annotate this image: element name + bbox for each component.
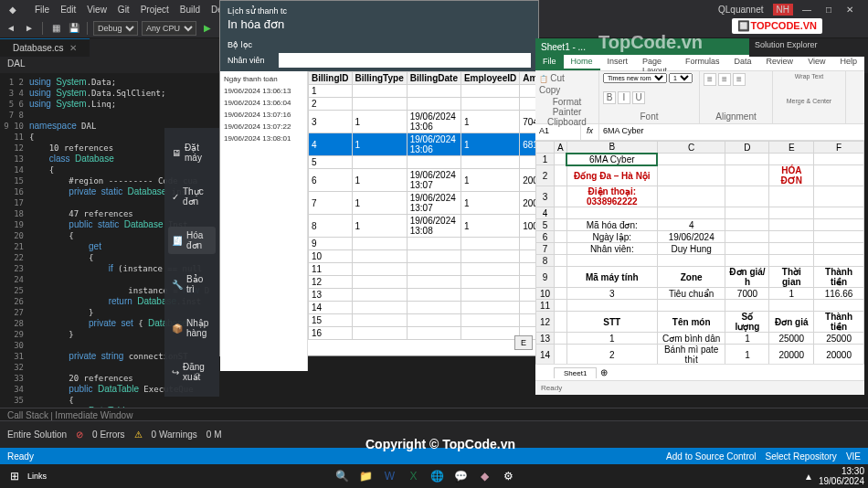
- table-row[interactable]: 10: [309, 250, 539, 263]
- menu-file[interactable]: File: [29, 3, 55, 16]
- cell[interactable]: Đống Đa – Hà Nội: [566, 165, 657, 186]
- billing-grid[interactable]: BillingIDBillingTypeBillingDateEmployeeI…: [308, 71, 538, 340]
- warning-count[interactable]: 0 Warnings: [152, 430, 197, 440]
- cell[interactable]: [769, 219, 814, 231]
- col-header[interactable]: C: [657, 142, 725, 154]
- cell[interactable]: [814, 154, 864, 165]
- sheet-tab[interactable]: Sheet1: [554, 367, 597, 378]
- table-row[interactable]: 7119/06/2024 13:07120000.00: [309, 192, 539, 215]
- row-header[interactable]: 12: [536, 312, 555, 333]
- menu-git[interactable]: Git: [112, 3, 135, 16]
- row-header[interactable]: 11: [536, 300, 555, 312]
- row-header[interactable]: 7: [536, 243, 555, 255]
- underline-icon[interactable]: U: [632, 91, 645, 104]
- cell[interactable]: 4: [657, 219, 725, 231]
- cell-reference[interactable]: A1: [535, 124, 581, 140]
- col-header[interactable]: A: [555, 142, 567, 154]
- start-icon[interactable]: ▶: [200, 21, 215, 36]
- cell[interactable]: [555, 312, 567, 333]
- ribbon-tab-file[interactable]: File: [535, 55, 564, 70]
- cell[interactable]: [725, 255, 769, 267]
- sidebar-item-Nhập hàng[interactable]: 📦Nhập hàng: [168, 314, 216, 342]
- ribbon-tab-review[interactable]: Review: [759, 55, 801, 70]
- date-item[interactable]: 19/06/2024 13:06:04: [224, 97, 303, 109]
- cell[interactable]: 1: [566, 333, 657, 345]
- ribbon-tab-home[interactable]: Home: [564, 55, 600, 70]
- cell[interactable]: Điện thoại: 0338962222: [566, 186, 657, 207]
- cell[interactable]: Đơn giá: [769, 312, 814, 333]
- close-icon[interactable]: ✕: [841, 3, 859, 16]
- cell[interactable]: [555, 154, 567, 165]
- cell[interactable]: [657, 300, 725, 312]
- cell[interactable]: [769, 154, 814, 165]
- cell[interactable]: Duy Hung: [657, 243, 725, 255]
- table-row[interactable]: 14: [309, 302, 539, 314]
- font-size-select[interactable]: 10: [669, 73, 693, 83]
- cell[interactable]: [657, 255, 725, 267]
- col-header[interactable]: EmployeeID: [460, 72, 519, 85]
- cell[interactable]: STT: [566, 312, 657, 333]
- row-header[interactable]: 13: [536, 333, 555, 345]
- message-count[interactable]: 0 M: [206, 430, 222, 440]
- taskbar-app-icon[interactable]: X: [403, 466, 425, 486]
- callstack-tab[interactable]: Call Stack: [7, 410, 48, 420]
- cell[interactable]: [725, 154, 769, 165]
- date-item[interactable]: 19/06/2024 13:07:16: [224, 109, 303, 121]
- row-header[interactable]: 6: [536, 231, 555, 243]
- cell[interactable]: [814, 243, 864, 255]
- table-row[interactable]: 16: [309, 327, 539, 340]
- align-right-icon[interactable]: ≡: [733, 73, 746, 86]
- config-select[interactable]: Debug: [93, 21, 138, 36]
- tray-icon[interactable]: ▲: [804, 472, 813, 482]
- cell[interactable]: 7000: [725, 288, 769, 300]
- table-row[interactable]: 1: [309, 85, 539, 98]
- cell[interactable]: [555, 165, 567, 186]
- table-row[interactable]: 3119/06/2024 13:06170466.66: [309, 111, 539, 133]
- cell[interactable]: Tiêu chuẩn: [657, 288, 725, 300]
- row-header[interactable]: 10: [536, 288, 555, 300]
- cell[interactable]: [725, 186, 769, 207]
- ribbon-tab-insert[interactable]: Insert: [600, 55, 636, 70]
- cell[interactable]: Mã hóa đơn:: [566, 219, 657, 231]
- row-header[interactable]: 8: [536, 255, 555, 267]
- menu-project[interactable]: Project: [135, 3, 175, 16]
- tab-close-icon[interactable]: ✕: [69, 43, 77, 53]
- sidebar-item-Đăng xuất[interactable]: ↪Đăng xuất: [168, 358, 216, 386]
- taskbar-app-icon[interactable]: ⚙: [498, 466, 520, 486]
- taskbar-app-icon[interactable]: W: [379, 466, 401, 486]
- row-header[interactable]: 9: [536, 267, 555, 288]
- save-icon[interactable]: 💾: [67, 21, 81, 36]
- forward-icon[interactable]: ►: [22, 21, 37, 36]
- cut-label[interactable]: Cut: [550, 73, 565, 83]
- taskbar-app-icon[interactable]: ◆: [474, 466, 496, 486]
- table-row[interactable]: 2: [309, 98, 539, 111]
- formula-input[interactable]: 6MA Cyber: [599, 124, 864, 140]
- cell[interactable]: 20000: [814, 345, 864, 365]
- row-header[interactable]: 4: [536, 207, 555, 219]
- table-row[interactable]: 9: [309, 238, 539, 250]
- cell[interactable]: Số lượng: [725, 312, 769, 333]
- cell[interactable]: [555, 207, 567, 219]
- cell[interactable]: [657, 165, 725, 186]
- cell[interactable]: Tên món: [657, 312, 725, 333]
- copy-label[interactable]: Copy: [539, 85, 560, 95]
- ime-indicator[interactable]: VIE: [846, 451, 861, 461]
- date-item[interactable]: 19/06/2024 13:08:01: [224, 133, 303, 144]
- ribbon-tab-page layout[interactable]: Page Layout: [635, 55, 678, 70]
- new-icon[interactable]: ▦: [48, 21, 63, 36]
- cell[interactable]: HÓA ĐƠN: [769, 165, 814, 186]
- align-center-icon[interactable]: ≡: [718, 73, 731, 86]
- format-painter-label[interactable]: Format Painter: [553, 97, 582, 117]
- cell[interactable]: [657, 207, 725, 219]
- cell[interactable]: [555, 267, 567, 288]
- cell[interactable]: [725, 243, 769, 255]
- table-row[interactable]: 4119/06/2024 13:06168116.66: [309, 133, 539, 156]
- cell[interactable]: Cơm bình dân: [657, 333, 725, 345]
- date-item[interactable]: 19/06/2024 13:07:22: [224, 121, 303, 133]
- cell[interactable]: [814, 165, 864, 186]
- cell[interactable]: [555, 219, 567, 231]
- sidebar-item-Bảo trì[interactable]: 🔧Bảo trì: [168, 271, 216, 298]
- col-header[interactable]: BillingType: [352, 72, 407, 85]
- cell[interactable]: 20000: [769, 345, 814, 365]
- cell[interactable]: [555, 243, 567, 255]
